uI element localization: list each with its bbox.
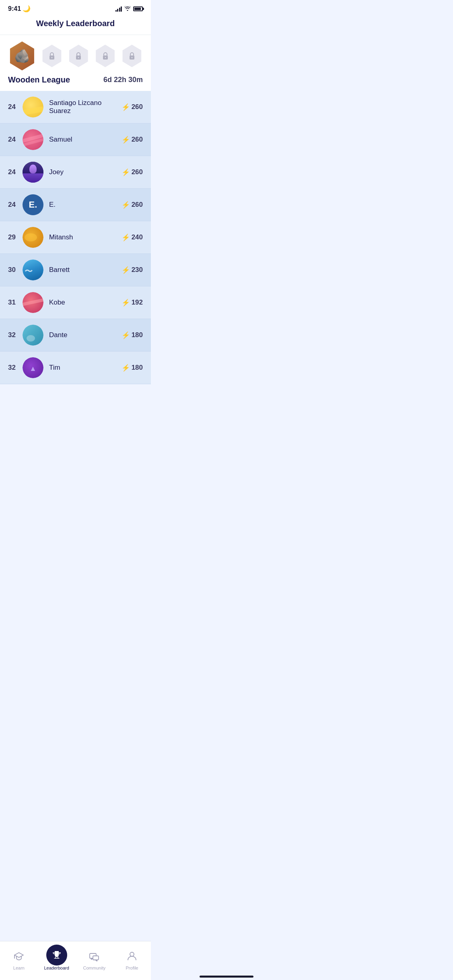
table-row: 24 Joey ⚡ 260 [0, 156, 151, 189]
svg-point-7 [131, 57, 132, 58]
score: ⚡ 260 [121, 136, 143, 144]
username: Samuel [49, 136, 121, 144]
score: ⚡ 192 [121, 299, 143, 307]
svg-point-5 [105, 57, 106, 58]
lightning-icon: ⚡ [121, 136, 130, 144]
table-row: 24 Santiago Lizcano Suarez ⚡ 260 [0, 91, 151, 124]
rank-number: 31 [8, 299, 23, 307]
table-row: 29 Mitansh ⚡ 240 [0, 221, 151, 254]
lightning-icon: ⚡ [121, 266, 130, 274]
lightning-icon: ⚡ [121, 233, 130, 242]
score: ⚡ 260 [121, 168, 143, 177]
lightning-icon: ⚡ [121, 103, 130, 111]
locked-badge-4 [121, 45, 143, 67]
active-league-badge: 🪨 [8, 41, 36, 70]
wifi-icon [124, 6, 131, 12]
username: Barrett [49, 266, 121, 274]
table-row: 24 Samuel ⚡ 260 [0, 124, 151, 156]
league-timer: 6d 22h 30m [103, 76, 143, 84]
lightning-icon: ⚡ [121, 364, 130, 372]
table-row: 32 Tim ⚡ 180 [0, 352, 151, 384]
avatar [23, 97, 43, 117]
rank-number: 29 [8, 233, 23, 241]
lightning-icon: ⚡ [121, 168, 130, 177]
rank-number: 32 [8, 331, 23, 339]
avatar [23, 259, 43, 280]
league-name: Wooden League [8, 75, 70, 84]
avatar [23, 227, 43, 248]
lightning-icon: ⚡ [121, 331, 130, 340]
rank-number: 32 [8, 364, 23, 372]
score: ⚡ 240 [121, 233, 143, 242]
locked-badge-2 [68, 45, 89, 67]
avatar: E. [23, 194, 43, 215]
locked-badge-1 [41, 45, 63, 67]
rank-number: 24 [8, 103, 23, 111]
score: ⚡ 260 [121, 201, 143, 209]
score: ⚡ 230 [121, 266, 143, 274]
league-badges: 🪨 [8, 41, 143, 70]
avatar [23, 357, 43, 378]
table-row: 24 E. E. ⚡ 260 [0, 189, 151, 221]
leaderboard-list: 24 Santiago Lizcano Suarez ⚡ 260 24 Samu… [0, 91, 151, 384]
username: E. [49, 201, 121, 209]
table-row: 31 Kobe ⚡ 192 [0, 286, 151, 319]
rank-number: 30 [8, 266, 23, 274]
username: Joey [49, 168, 121, 176]
rank-number: 24 [8, 168, 23, 176]
lightning-icon: ⚡ [121, 201, 130, 209]
page-title: Weekly Leaderboard [8, 19, 143, 28]
username: Kobe [49, 299, 121, 307]
status-bar: 9:41 🌙 [0, 0, 151, 16]
status-icons [115, 6, 143, 12]
table-row: 30 Barrett ⚡ 230 [0, 254, 151, 286]
battery-icon [133, 6, 143, 11]
locked-badge-3 [94, 45, 116, 67]
avatar [23, 162, 43, 183]
league-section: 🪨 [0, 35, 151, 91]
table-row: 32 Dante ⚡ 180 [0, 319, 151, 352]
username: Tim [49, 364, 121, 372]
rank-number: 24 [8, 136, 23, 144]
status-time: 9:41 🌙 [8, 5, 31, 12]
username: Santiago Lizcano Suarez [49, 99, 121, 115]
username: Dante [49, 331, 121, 339]
score: ⚡ 180 [121, 331, 143, 340]
avatar [23, 129, 43, 150]
page-header: Weekly Leaderboard [0, 16, 151, 35]
svg-point-3 [78, 57, 79, 58]
username: Mitansh [49, 233, 121, 241]
lightning-icon: ⚡ [121, 299, 130, 307]
svg-point-1 [51, 57, 52, 58]
avatar [23, 292, 43, 313]
rank-number: 24 [8, 201, 23, 209]
league-info: Wooden League 6d 22h 30m [8, 75, 143, 84]
signal-icon [115, 6, 122, 12]
score: ⚡ 260 [121, 103, 143, 111]
score: ⚡ 180 [121, 364, 143, 372]
avatar [23, 325, 43, 346]
